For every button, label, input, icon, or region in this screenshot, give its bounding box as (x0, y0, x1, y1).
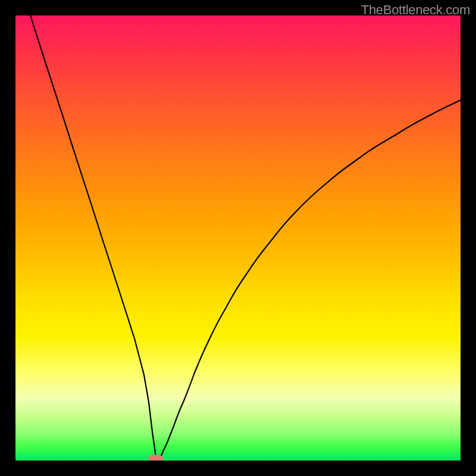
bottleneck-curve (30, 15, 461, 457)
outer-frame: TheBottleneck.com (0, 0, 476, 476)
attribution-text: TheBottleneck.com (361, 2, 470, 18)
plot-area (15, 15, 461, 461)
chart-svg (15, 15, 461, 461)
